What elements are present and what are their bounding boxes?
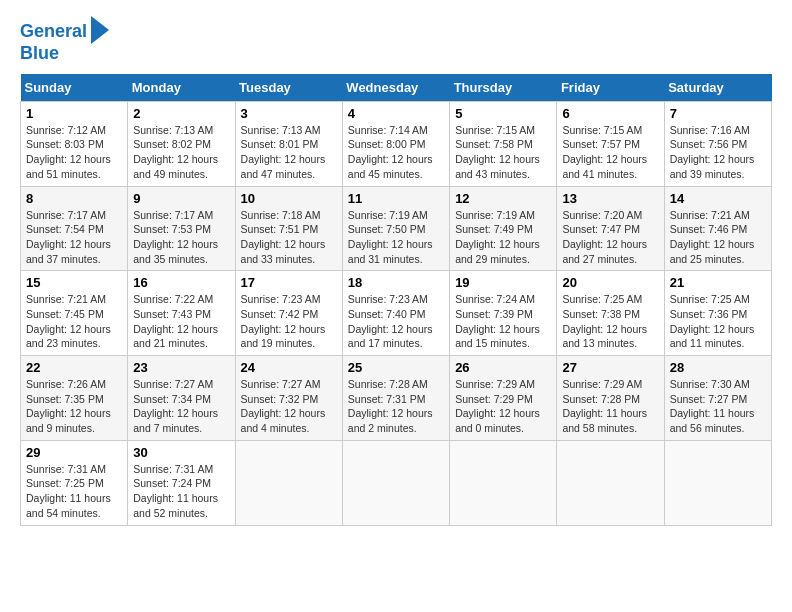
calendar-cell: 2Sunrise: 7:13 AMSunset: 8:02 PMDaylight… bbox=[128, 101, 235, 186]
day-info: Sunrise: 7:24 AMSunset: 7:39 PMDaylight:… bbox=[455, 292, 551, 351]
day-info: Sunrise: 7:23 AMSunset: 7:42 PMDaylight:… bbox=[241, 292, 337, 351]
day-number: 5 bbox=[455, 106, 551, 121]
calendar-cell: 10Sunrise: 7:18 AMSunset: 7:51 PMDayligh… bbox=[235, 186, 342, 271]
day-number: 29 bbox=[26, 445, 122, 460]
day-number: 13 bbox=[562, 191, 658, 206]
day-info: Sunrise: 7:29 AMSunset: 7:29 PMDaylight:… bbox=[455, 377, 551, 436]
day-number: 12 bbox=[455, 191, 551, 206]
calendar-cell: 18Sunrise: 7:23 AMSunset: 7:40 PMDayligh… bbox=[342, 271, 449, 356]
day-number: 4 bbox=[348, 106, 444, 121]
day-info: Sunrise: 7:31 AMSunset: 7:25 PMDaylight:… bbox=[26, 462, 122, 521]
day-number: 22 bbox=[26, 360, 122, 375]
calendar-cell bbox=[557, 440, 664, 525]
day-info: Sunrise: 7:15 AMSunset: 7:58 PMDaylight:… bbox=[455, 123, 551, 182]
day-info: Sunrise: 7:27 AMSunset: 7:32 PMDaylight:… bbox=[241, 377, 337, 436]
day-info: Sunrise: 7:20 AMSunset: 7:47 PMDaylight:… bbox=[562, 208, 658, 267]
day-number: 27 bbox=[562, 360, 658, 375]
day-number: 17 bbox=[241, 275, 337, 290]
day-number: 2 bbox=[133, 106, 229, 121]
day-number: 26 bbox=[455, 360, 551, 375]
day-number: 11 bbox=[348, 191, 444, 206]
day-info: Sunrise: 7:31 AMSunset: 7:24 PMDaylight:… bbox=[133, 462, 229, 521]
day-number: 10 bbox=[241, 191, 337, 206]
day-number: 1 bbox=[26, 106, 122, 121]
day-info: Sunrise: 7:19 AMSunset: 7:50 PMDaylight:… bbox=[348, 208, 444, 267]
calendar-cell: 9Sunrise: 7:17 AMSunset: 7:53 PMDaylight… bbox=[128, 186, 235, 271]
calendar-header-sunday: Sunday bbox=[21, 74, 128, 102]
calendar-cell: 26Sunrise: 7:29 AMSunset: 7:29 PMDayligh… bbox=[450, 356, 557, 441]
calendar-header-row: SundayMondayTuesdayWednesdayThursdayFrid… bbox=[21, 74, 772, 102]
day-number: 24 bbox=[241, 360, 337, 375]
logo: General Blue bbox=[20, 20, 109, 64]
calendar-table: SundayMondayTuesdayWednesdayThursdayFrid… bbox=[20, 74, 772, 526]
day-info: Sunrise: 7:13 AMSunset: 8:01 PMDaylight:… bbox=[241, 123, 337, 182]
day-number: 16 bbox=[133, 275, 229, 290]
day-number: 20 bbox=[562, 275, 658, 290]
day-info: Sunrise: 7:25 AMSunset: 7:36 PMDaylight:… bbox=[670, 292, 766, 351]
calendar-cell: 13Sunrise: 7:20 AMSunset: 7:47 PMDayligh… bbox=[557, 186, 664, 271]
day-number: 14 bbox=[670, 191, 766, 206]
day-info: Sunrise: 7:14 AMSunset: 8:00 PMDaylight:… bbox=[348, 123, 444, 182]
day-info: Sunrise: 7:19 AMSunset: 7:49 PMDaylight:… bbox=[455, 208, 551, 267]
calendar-cell: 19Sunrise: 7:24 AMSunset: 7:39 PMDayligh… bbox=[450, 271, 557, 356]
calendar-cell: 20Sunrise: 7:25 AMSunset: 7:38 PMDayligh… bbox=[557, 271, 664, 356]
calendar-cell: 8Sunrise: 7:17 AMSunset: 7:54 PMDaylight… bbox=[21, 186, 128, 271]
calendar-cell: 22Sunrise: 7:26 AMSunset: 7:35 PMDayligh… bbox=[21, 356, 128, 441]
calendar-cell: 16Sunrise: 7:22 AMSunset: 7:43 PMDayligh… bbox=[128, 271, 235, 356]
day-number: 18 bbox=[348, 275, 444, 290]
calendar-header-saturday: Saturday bbox=[664, 74, 771, 102]
calendar-cell: 27Sunrise: 7:29 AMSunset: 7:28 PMDayligh… bbox=[557, 356, 664, 441]
calendar-cell: 21Sunrise: 7:25 AMSunset: 7:36 PMDayligh… bbox=[664, 271, 771, 356]
logo-arrow-icon bbox=[91, 16, 109, 44]
day-number: 3 bbox=[241, 106, 337, 121]
calendar-cell: 11Sunrise: 7:19 AMSunset: 7:50 PMDayligh… bbox=[342, 186, 449, 271]
day-number: 6 bbox=[562, 106, 658, 121]
calendar-cell: 3Sunrise: 7:13 AMSunset: 8:01 PMDaylight… bbox=[235, 101, 342, 186]
page-header: General Blue bbox=[20, 20, 772, 64]
day-info: Sunrise: 7:16 AMSunset: 7:56 PMDaylight:… bbox=[670, 123, 766, 182]
day-info: Sunrise: 7:12 AMSunset: 8:03 PMDaylight:… bbox=[26, 123, 122, 182]
calendar-cell: 17Sunrise: 7:23 AMSunset: 7:42 PMDayligh… bbox=[235, 271, 342, 356]
day-info: Sunrise: 7:22 AMSunset: 7:43 PMDaylight:… bbox=[133, 292, 229, 351]
day-info: Sunrise: 7:17 AMSunset: 7:53 PMDaylight:… bbox=[133, 208, 229, 267]
day-info: Sunrise: 7:26 AMSunset: 7:35 PMDaylight:… bbox=[26, 377, 122, 436]
calendar-header-friday: Friday bbox=[557, 74, 664, 102]
calendar-cell: 23Sunrise: 7:27 AMSunset: 7:34 PMDayligh… bbox=[128, 356, 235, 441]
calendar-cell: 15Sunrise: 7:21 AMSunset: 7:45 PMDayligh… bbox=[21, 271, 128, 356]
day-number: 23 bbox=[133, 360, 229, 375]
calendar-week-row: 15Sunrise: 7:21 AMSunset: 7:45 PMDayligh… bbox=[21, 271, 772, 356]
day-info: Sunrise: 7:29 AMSunset: 7:28 PMDaylight:… bbox=[562, 377, 658, 436]
day-number: 28 bbox=[670, 360, 766, 375]
calendar-cell: 25Sunrise: 7:28 AMSunset: 7:31 PMDayligh… bbox=[342, 356, 449, 441]
calendar-cell: 30Sunrise: 7:31 AMSunset: 7:24 PMDayligh… bbox=[128, 440, 235, 525]
day-number: 19 bbox=[455, 275, 551, 290]
calendar-cell: 28Sunrise: 7:30 AMSunset: 7:27 PMDayligh… bbox=[664, 356, 771, 441]
calendar-cell: 12Sunrise: 7:19 AMSunset: 7:49 PMDayligh… bbox=[450, 186, 557, 271]
calendar-cell: 24Sunrise: 7:27 AMSunset: 7:32 PMDayligh… bbox=[235, 356, 342, 441]
day-info: Sunrise: 7:25 AMSunset: 7:38 PMDaylight:… bbox=[562, 292, 658, 351]
calendar-week-row: 29Sunrise: 7:31 AMSunset: 7:25 PMDayligh… bbox=[21, 440, 772, 525]
calendar-header-monday: Monday bbox=[128, 74, 235, 102]
day-info: Sunrise: 7:23 AMSunset: 7:40 PMDaylight:… bbox=[348, 292, 444, 351]
day-info: Sunrise: 7:28 AMSunset: 7:31 PMDaylight:… bbox=[348, 377, 444, 436]
day-info: Sunrise: 7:13 AMSunset: 8:02 PMDaylight:… bbox=[133, 123, 229, 182]
calendar-cell: 5Sunrise: 7:15 AMSunset: 7:58 PMDaylight… bbox=[450, 101, 557, 186]
calendar-cell: 1Sunrise: 7:12 AMSunset: 8:03 PMDaylight… bbox=[21, 101, 128, 186]
calendar-week-row: 8Sunrise: 7:17 AMSunset: 7:54 PMDaylight… bbox=[21, 186, 772, 271]
day-info: Sunrise: 7:18 AMSunset: 7:51 PMDaylight:… bbox=[241, 208, 337, 267]
day-number: 21 bbox=[670, 275, 766, 290]
logo-text: General bbox=[20, 22, 87, 42]
day-number: 15 bbox=[26, 275, 122, 290]
calendar-week-row: 22Sunrise: 7:26 AMSunset: 7:35 PMDayligh… bbox=[21, 356, 772, 441]
calendar-cell: 4Sunrise: 7:14 AMSunset: 8:00 PMDaylight… bbox=[342, 101, 449, 186]
day-info: Sunrise: 7:27 AMSunset: 7:34 PMDaylight:… bbox=[133, 377, 229, 436]
day-info: Sunrise: 7:21 AMSunset: 7:45 PMDaylight:… bbox=[26, 292, 122, 351]
calendar-header-thursday: Thursday bbox=[450, 74, 557, 102]
calendar-cell bbox=[235, 440, 342, 525]
calendar-cell bbox=[664, 440, 771, 525]
calendar-cell bbox=[342, 440, 449, 525]
calendar-cell: 7Sunrise: 7:16 AMSunset: 7:56 PMDaylight… bbox=[664, 101, 771, 186]
calendar-cell: 29Sunrise: 7:31 AMSunset: 7:25 PMDayligh… bbox=[21, 440, 128, 525]
day-number: 8 bbox=[26, 191, 122, 206]
day-info: Sunrise: 7:21 AMSunset: 7:46 PMDaylight:… bbox=[670, 208, 766, 267]
